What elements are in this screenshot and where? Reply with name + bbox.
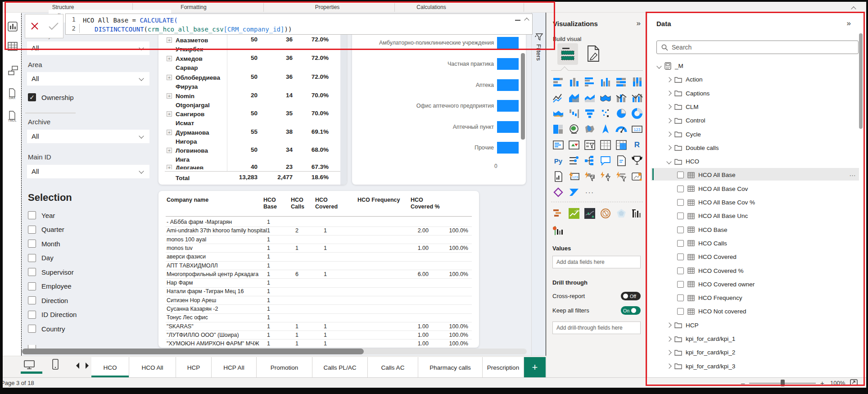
tree-item-clm[interactable]: CLM xyxy=(667,101,699,113)
tree-item-action[interactable]: Action xyxy=(667,73,703,86)
tree-item-hcp[interactable]: HCP xyxy=(667,319,699,331)
column-header[interactable]: HCOBase xyxy=(263,197,287,210)
employee-table-visual[interactable]: + АвазметовУткирбек 50 36 72.0% + Ахмедо… xyxy=(158,24,347,185)
tmdl-view-icon[interactable]: TMDL xyxy=(8,111,17,122)
table-row[interactable]: + ЛогвиноваИнга 50 34 68.0% xyxy=(158,146,347,164)
selection-item-country[interactable]: Country xyxy=(28,324,65,333)
visual-scrollbar[interactable] xyxy=(340,24,347,185)
auto-insights-1-icon[interactable] xyxy=(583,170,596,183)
tree-item-kpi-for-card-kpi-2[interactable]: kpi_for_card/kpi_2 xyxy=(667,346,735,358)
collapse-panel-icon[interactable]: » xyxy=(847,19,851,28)
card-icon[interactable]: 123 xyxy=(631,123,643,136)
page-tab-hco[interactable]: HCO xyxy=(91,357,129,378)
horizontal-scrollbar-thumb[interactable] xyxy=(22,349,364,354)
table-row[interactable]: + АвазметовУткирбек 50 36 72.0% xyxy=(158,36,347,54)
custom-dark-scatter-icon[interactable] xyxy=(583,207,596,220)
area-chart-icon[interactable] xyxy=(568,91,580,104)
donut-chart-icon[interactable] xyxy=(631,107,643,120)
stacked-bar-chart-icon[interactable] xyxy=(552,76,565,88)
expand-plus-icon[interactable]: + xyxy=(167,130,172,135)
commit-check-icon[interactable] xyxy=(48,22,59,30)
auto-insights-3-icon[interactable] xyxy=(615,170,628,183)
expand-plus-icon[interactable]: + xyxy=(167,75,172,80)
expand-plus-icon[interactable]: + xyxy=(167,56,172,61)
metrics-icon[interactable] xyxy=(631,154,643,167)
tree-item-hco-calls[interactable]: HCO Calls xyxy=(677,237,727,249)
data-view-icon[interactable] xyxy=(8,41,18,53)
azure-map-icon[interactable] xyxy=(599,123,612,136)
tree-item-kpi-for-card-kpi-1[interactable]: kpi_for_card/kpi_1 xyxy=(667,333,735,345)
zoom-in-button[interactable]: + xyxy=(820,379,824,387)
zoom-out-button[interactable]: – xyxy=(741,379,745,387)
arcgis-map-icon[interactable] xyxy=(631,170,643,183)
tree-item-hco-all-base[interactable]: HCO All Base xyxy=(677,169,736,181)
power-automate-icon[interactable] xyxy=(568,186,580,199)
country-filter-dropdown[interactable]: All xyxy=(27,41,149,55)
clustered-column-chart-icon[interactable] xyxy=(599,76,612,88)
custom-bullet-icon[interactable] xyxy=(631,207,643,220)
custom-gantt-icon[interactable] xyxy=(552,207,565,220)
tree-item-hco[interactable]: HCO xyxy=(667,155,699,168)
multi-row-card-icon[interactable] xyxy=(552,139,565,151)
column-header[interactable]: HCOCalls xyxy=(291,197,318,210)
tree-item-hco-all-base-cov[interactable]: HCO All Base Cov xyxy=(677,183,748,195)
ownership-checkbox-row[interactable]: ✓ Ownership xyxy=(28,93,74,102)
formula-bar-minimize-icon[interactable] xyxy=(515,20,520,21)
bar[interactable] xyxy=(497,58,519,70)
tree-item-hco-all-base-cov-[interactable]: HCO All Base Cov % xyxy=(677,196,755,208)
format-visual-icon[interactable] xyxy=(585,45,601,64)
mobile-layout-icon[interactable] xyxy=(52,359,59,371)
cancel-x-icon[interactable] xyxy=(30,21,40,31)
ribbon-chart-icon[interactable] xyxy=(552,107,565,120)
100-stacked-bar-chart-icon[interactable] xyxy=(615,76,628,88)
bar[interactable] xyxy=(497,100,519,112)
paginated-report-icon[interactable] xyxy=(552,170,565,183)
area-filter-dropdown[interactable]: All xyxy=(27,72,149,86)
bar[interactable] xyxy=(497,79,519,91)
more-visuals-icon[interactable]: ··· xyxy=(583,186,596,199)
tree-item-hco-frequency[interactable]: HCO Frequency xyxy=(677,292,742,304)
custom-ring-icon[interactable] xyxy=(599,207,612,220)
selection-item-direction[interactable]: Direction xyxy=(28,296,68,305)
dax-query-view-icon[interactable]: DAX xyxy=(8,88,17,100)
checkbox-checked-icon[interactable]: ✓ xyxy=(28,93,36,101)
model-view-icon[interactable] xyxy=(8,66,18,77)
r-script-icon[interactable]: R xyxy=(631,139,643,151)
dax-formula-bar[interactable]: 1 2 HCO All Base = CALCULATE( DISTINCTCO… xyxy=(65,14,533,35)
formula-bar-collapse-icon[interactable] xyxy=(524,18,529,23)
expand-plus-icon[interactable]: + xyxy=(167,111,172,117)
map-icon[interactable] xyxy=(568,123,580,136)
q-and-a-icon[interactable] xyxy=(599,154,612,167)
selection-item-year[interactable]: Year xyxy=(28,211,55,220)
selection-item-id-direction[interactable]: ID Direction xyxy=(28,310,77,319)
cross-report-toggle[interactable]: Off xyxy=(621,292,641,300)
selection-item-supervisor[interactable]: Supervisor xyxy=(28,267,74,276)
table-row[interactable]: + ОблобердиеваФируза 50 36 72.0% xyxy=(158,73,347,91)
selection-item-employee[interactable]: Employee xyxy=(28,282,72,291)
table-row[interactable]: + NominOtgonjargal 20 14 70.0% xyxy=(158,92,347,110)
main-id-filter-dropdown[interactable]: All xyxy=(27,165,149,178)
column-header[interactable]: Company name xyxy=(167,197,261,204)
more-options-icon[interactable]: … xyxy=(849,170,856,177)
slicer-icon[interactable] xyxy=(583,139,596,151)
collapse-panel-icon[interactable]: » xyxy=(637,19,641,28)
page-tab-prescription[interactable]: Prescription xyxy=(483,357,524,378)
new-slicer-icon[interactable] xyxy=(568,154,580,167)
page-tab-hco-all[interactable]: HCO All xyxy=(129,357,176,378)
bar[interactable] xyxy=(497,142,519,154)
table-row[interactable]: + СангировИсмат 50 35 70.0% xyxy=(158,110,347,128)
add-drill-fields-well[interactable]: Add drill-through fields here xyxy=(552,322,641,334)
column-header[interactable]: HCOCovered % xyxy=(411,197,465,210)
page-tab-hcp-all[interactable]: HCP All xyxy=(212,357,257,378)
table-icon[interactable] xyxy=(599,139,612,151)
tree-item-double-calls[interactable]: Double calls xyxy=(667,142,719,154)
scatter-chart-icon[interactable] xyxy=(599,107,612,120)
tree-item-hco-covered[interactable]: HCO Covered xyxy=(677,251,737,263)
clustered-bar-chart-icon[interactable] xyxy=(583,76,596,88)
search-input[interactable]: Search xyxy=(656,41,859,54)
stacked-column-chart-icon[interactable] xyxy=(568,76,580,88)
archive-filter-dropdown[interactable]: All xyxy=(27,130,149,143)
table-row[interactable]: + АхмедовСарвар 50 36 72.0% xyxy=(158,54,347,72)
waterfall-chart-icon[interactable] xyxy=(568,107,580,120)
custom-bar-line-icon[interactable] xyxy=(552,224,565,237)
